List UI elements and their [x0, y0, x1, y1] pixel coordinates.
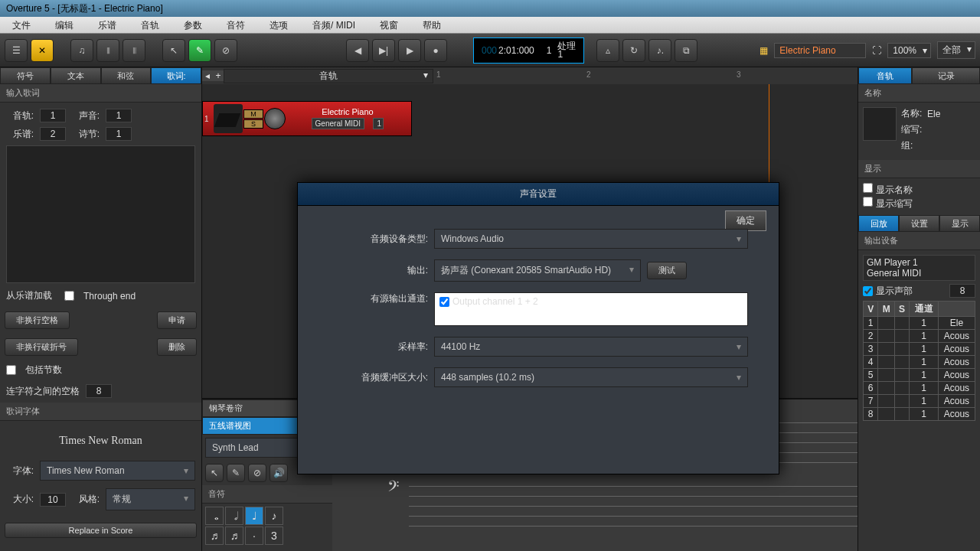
pan-knob[interactable] [264, 108, 286, 129]
show-voice-input[interactable]: 8 [949, 284, 975, 298]
menu-window[interactable]: 视窗 [368, 17, 410, 33]
track-gm[interactable]: General MIDI [312, 118, 364, 129]
list-icon[interactable]: ☰ [5, 39, 28, 62]
quantize-icon[interactable]: ♪. [648, 39, 671, 62]
tab-symbol[interactable]: 符号 [0, 67, 51, 84]
menu-audio-midi[interactable]: 音频/ MIDI [300, 17, 368, 33]
note-32nd[interactable]: ♬ [225, 527, 243, 545]
menu-help[interactable]: 帮助 [410, 17, 453, 33]
tab-chord[interactable]: 和弦 [101, 67, 152, 84]
verse-input[interactable]: 1 [106, 127, 132, 141]
nbdash-button[interactable]: 非换行破折号 [5, 338, 78, 356]
show-voice-checkbox[interactable] [863, 286, 873, 296]
pencil-icon[interactable]: ✎ [188, 39, 211, 62]
draw-icon[interactable]: ✎ [227, 464, 245, 482]
ok-button[interactable]: 确定 [725, 210, 766, 231]
pointer-icon[interactable]: ↖ [205, 464, 224, 482]
table-row[interactable]: 61Acous [864, 382, 975, 395]
delete-button[interactable]: 删除 [157, 338, 197, 356]
style-select[interactable]: 常规 [106, 488, 195, 510]
delete-icon[interactable]: ⊘ [214, 39, 237, 62]
apply-button[interactable]: 申请 [157, 311, 197, 329]
sample-rate-select[interactable]: 44100 Hz [434, 337, 748, 357]
note-whole[interactable]: 𝅝 [205, 507, 224, 525]
expand-icon[interactable]: ⛶ [872, 45, 881, 56]
nbsp-button[interactable]: 非换行空格 [5, 311, 70, 329]
scope-select[interactable]: 全部 [937, 41, 975, 59]
note-eighth[interactable]: ♪ [265, 507, 283, 525]
table-row[interactable]: 11Ele [864, 317, 975, 330]
test-button[interactable]: 测试 [647, 262, 687, 279]
track-channel[interactable]: 1 [373, 118, 384, 129]
tab-text[interactable]: 文本 [51, 67, 101, 84]
sliders-icon[interactable]: ⫴ [122, 39, 145, 62]
record-button[interactable]: ● [424, 39, 447, 62]
channel-checkbox[interactable] [439, 297, 449, 307]
track-input[interactable]: 1 [40, 109, 66, 122]
zoom-select[interactable]: 100% [887, 43, 931, 58]
add-track-icon[interactable]: + [213, 70, 224, 81]
show-name-checkbox[interactable] [863, 183, 873, 193]
snap-icon[interactable]: ⧉ [675, 39, 697, 62]
tab-display[interactable]: 显示 [939, 215, 980, 232]
name-value[interactable]: Ele [927, 109, 940, 119]
replace-button[interactable]: Replace in Score [5, 523, 197, 538]
tab-settings[interactable]: 设置 [899, 215, 939, 232]
menu-options[interactable]: 选项 [257, 17, 300, 33]
score-input[interactable]: 2 [40, 127, 66, 141]
table-row[interactable]: 31Acous [864, 343, 975, 356]
note-half[interactable]: 𝅗𝅥 [225, 507, 243, 525]
output-select[interactable]: 扬声器 (Conexant 20585 SmartAudio HD) [434, 259, 641, 282]
space-input[interactable]: 8 [86, 384, 112, 398]
timeline-ruler[interactable]: 1 2 3 [433, 67, 858, 84]
loop-icon[interactable]: ↻ [622, 39, 645, 62]
active-channel-list[interactable]: Output channel 1 + 2 [434, 292, 748, 326]
menu-score[interactable]: 乐谱 [86, 17, 129, 33]
erase-icon[interactable]: ⊘ [248, 464, 266, 482]
tab-lyrics[interactable]: 歌词: [151, 67, 201, 84]
show-abbr-checkbox[interactable] [863, 197, 873, 207]
track-label-header[interactable]: 音轨 [224, 69, 433, 83]
buffer-size-select[interactable]: 448 samples (10.2 ms) [434, 367, 748, 387]
lyrics-textarea[interactable] [6, 145, 195, 283]
solo-button[interactable]: S [243, 119, 263, 129]
size-input[interactable]: 10 [40, 493, 66, 507]
menu-edit[interactable]: 编辑 [43, 17, 86, 33]
mixer-icon[interactable]: ⦀ [96, 39, 119, 62]
arrow-icon[interactable]: ↖ [162, 39, 185, 62]
speaker-icon[interactable]: 🔊 [270, 464, 288, 482]
table-row[interactable]: 71Acous [864, 395, 975, 408]
gm-player-item[interactable]: GM Player 1General MIDI [863, 255, 975, 281]
menu-track[interactable]: 音轨 [129, 17, 172, 33]
right-tab-track[interactable]: 音轨 [858, 67, 912, 84]
voice-input[interactable]: 1 [106, 109, 132, 122]
play-button[interactable]: ▶ [398, 39, 421, 62]
tab-playback[interactable]: 回放 [858, 215, 899, 232]
menu-params[interactable]: 参数 [172, 17, 214, 33]
table-row[interactable]: 81Acous [864, 408, 975, 421]
note-quarter[interactable]: ♩ [245, 507, 263, 525]
rewind-button[interactable]: ◀ [346, 39, 369, 62]
right-tab-record[interactable]: 记录 [912, 67, 980, 84]
menu-file[interactable]: 文件 [0, 17, 43, 33]
mute-button[interactable]: M [243, 109, 263, 119]
stop-button[interactable]: ▶| [372, 39, 395, 62]
through-end-checkbox[interactable] [64, 291, 74, 301]
font-select[interactable]: Times New Roman [40, 461, 195, 481]
device-type-select[interactable]: Windows Audio [434, 229, 748, 249]
note-16th[interactable]: ♬ [205, 527, 224, 545]
menu-note[interactable]: 音符 [214, 17, 257, 33]
track-header[interactable]: 1 MS Electric Piano General MIDI 1 [202, 101, 412, 136]
instrument-display[interactable]: Electric Piano [774, 43, 866, 58]
wrench-icon[interactable]: ✕ [31, 39, 54, 62]
note-dot[interactable]: · [245, 527, 263, 545]
metronome-icon[interactable]: ▵ [596, 39, 619, 62]
note-triplet[interactable]: 3 [265, 527, 283, 545]
table-row[interactable]: 41Acous [864, 356, 975, 369]
transport-counter[interactable]: 000 2:01:000 1 处理1 [473, 37, 584, 64]
table-row[interactable]: 51Acous [864, 369, 975, 382]
table-row[interactable]: 21Acous [864, 330, 975, 343]
include-bars-checkbox[interactable] [6, 365, 16, 375]
music-note-icon[interactable]: ♫ [70, 39, 93, 62]
collapse-left-icon[interactable]: ◂ [202, 70, 213, 81]
